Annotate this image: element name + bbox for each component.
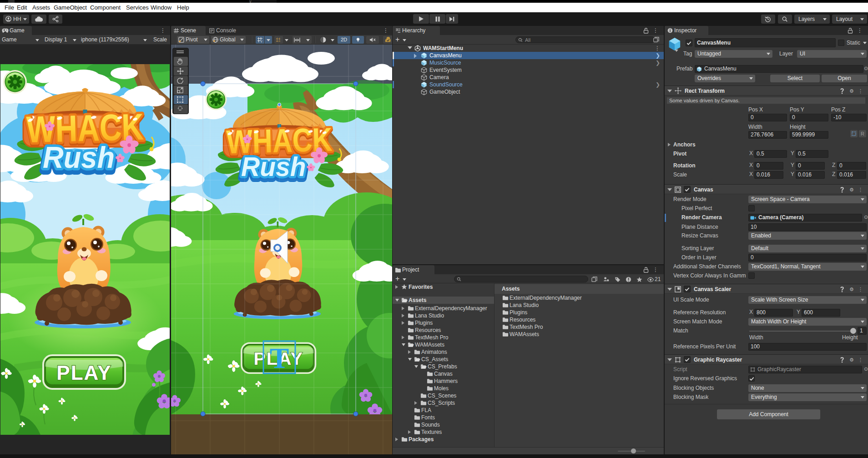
svg-text:T: T [270,342,289,374]
svg-text:Y: Y [261,40,263,43]
